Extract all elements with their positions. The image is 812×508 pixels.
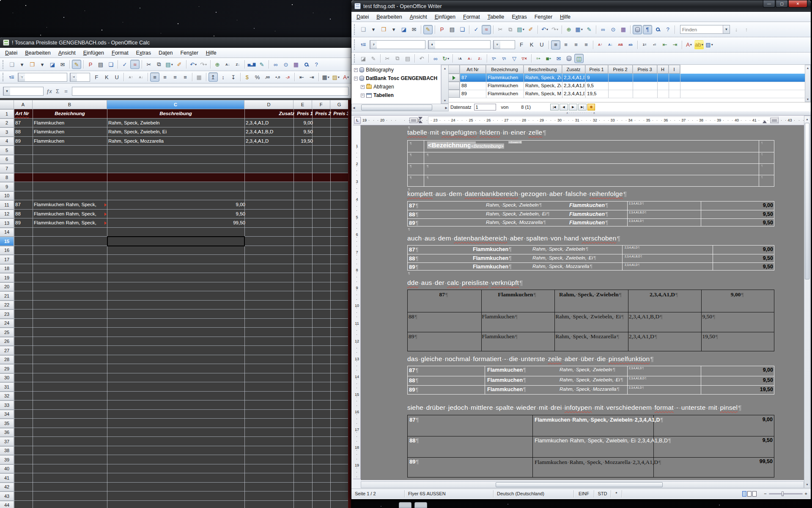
- row-header-9[interactable]: 9: [0, 182, 14, 191]
- db-cell[interactable]: Rahm, Speck, Zwi: [525, 83, 561, 88]
- minimize-button[interactable]: —: [763, 0, 775, 8]
- calc-menu-einfügen[interactable]: Einfügen: [80, 49, 107, 57]
- writer-grow-font-icon[interactable]: A↑: [595, 40, 605, 50]
- row-header-22[interactable]: 22: [0, 301, 14, 310]
- db-cell[interactable]: 2,3,4,A1,D: [564, 91, 584, 96]
- calc-print-icon[interactable]: ▤: [96, 60, 105, 69]
- status-modified-flag[interactable]: *: [611, 490, 622, 497]
- calc-menu-extras[interactable]: Extras: [133, 49, 154, 57]
- expand-icon[interactable]: +: [354, 68, 358, 72]
- previous-record-icon[interactable]: ◀: [560, 104, 568, 110]
- name-box-dropdown[interactable]: ▼: [3, 87, 10, 95]
- select-all-corner[interactable]: [0, 100, 14, 109]
- row-header-38[interactable]: 38: [0, 446, 14, 456]
- row-header-28[interactable]: 28: [0, 355, 14, 364]
- db-column-header-beschreibung[interactable]: Beschreibung: [524, 65, 562, 74]
- writer-find-previous-icon[interactable]: ↑: [742, 25, 751, 34]
- calc-redo-icon[interactable]: ↷▾: [199, 60, 208, 69]
- left-margin-marker[interactable]: [409, 118, 418, 123]
- row-header-1[interactable]: 1: [0, 109, 14, 119]
- field-bezeichnung[interactable]: <Bezeichnung>: [427, 141, 476, 149]
- writer-data-sources-icon[interactable]: [633, 25, 642, 34]
- row-header-23[interactable]: 23: [0, 309, 14, 319]
- calc-paste-dropdown-icon[interactable]: ▾: [171, 63, 173, 66]
- writer-align-left-icon[interactable]: ≡: [551, 40, 560, 50]
- tree-horizontal-scrollbar[interactable]: ◀▶: [351, 104, 449, 111]
- record-selector[interactable]: [449, 74, 460, 82]
- calc-gallery-icon[interactable]: ▦: [291, 60, 301, 69]
- db-cell[interactable]: 19,5: [587, 91, 607, 96]
- calc-menu-datei[interactable]: Datei: [2, 49, 21, 57]
- writer-numbered-list-icon[interactable]: 1≡: [640, 40, 649, 50]
- calc-sheet-area[interactable]: ABCDEFG123456789101112131415161718192021…: [0, 98, 351, 508]
- row-header-6[interactable]: 6: [0, 155, 14, 164]
- row-header-13[interactable]: 13: [0, 218, 14, 228]
- writer-find-replace-icon[interactable]: ∞: [598, 25, 608, 34]
- writer-align-right-icon[interactable]: ≡: [571, 40, 581, 50]
- calc-menu-format[interactable]: Format: [108, 49, 132, 57]
- tree-item-tabellen[interactable]: −Tabellen: [361, 92, 394, 98]
- row-header-42[interactable]: 42: [0, 483, 14, 492]
- zoom-slider-thumb[interactable]: [782, 491, 784, 496]
- db-grid-vertical-scrollbar[interactable]: ▲▼: [805, 65, 811, 102]
- db-cell[interactable]: Flammkuchen: [488, 75, 523, 80]
- row-header-16[interactable]: 16: [0, 246, 14, 255]
- dbbar-undo-icon[interactable]: ↶: [417, 54, 426, 63]
- writer-paste-dropdown-icon[interactable]: ▾: [523, 28, 524, 31]
- calc-find-replace-icon[interactable]: ∞: [271, 60, 280, 69]
- first-record-icon[interactable]: |◀: [550, 104, 559, 110]
- toolbar-grip[interactable]: [3, 60, 5, 69]
- row-header-12[interactable]: 12: [0, 210, 14, 219]
- writer-menu-extras[interactable]: Extras: [508, 13, 530, 21]
- dbbar-sort-icon[interactable]: ↕A: [455, 54, 464, 63]
- dbbar-autofilter-icon[interactable]: ▽*: [489, 54, 499, 63]
- calc-menu-fenster[interactable]: Fenster: [177, 49, 201, 57]
- writer-find-next-icon[interactable]: ↓: [732, 25, 741, 34]
- writer-menu-bearbeiten[interactable]: Bearbeiten: [373, 13, 405, 21]
- row-header-25[interactable]: 25: [0, 328, 14, 337]
- sheet-row-18[interactable]: [14, 264, 348, 273]
- row-header-36[interactable]: 36: [0, 428, 14, 437]
- writer-undo-icon[interactable]: ↶▾: [540, 25, 549, 34]
- db-column-header-bezeichnung[interactable]: Bezeichnung: [486, 65, 524, 74]
- writer-redo-dropdown-icon[interactable]: ▾: [557, 28, 558, 31]
- sheet-row-25[interactable]: [14, 328, 348, 337]
- writer-show-draw-functions-icon[interactable]: ✎: [584, 25, 594, 34]
- tree-item-bibliography[interactable]: +Bibliography: [354, 67, 394, 73]
- sheet-row-14[interactable]: [14, 228, 348, 237]
- row-header-27[interactable]: 27: [0, 346, 14, 355]
- calc-font-color-icon[interactable]: A▾: [341, 72, 351, 82]
- db-cell[interactable]: 88: [461, 83, 485, 88]
- db-column-header-preis-1[interactable]: Preis 1: [585, 65, 608, 74]
- calc-titlebar[interactable]: ! Toscana Preisliste GENGENBACH.ods - Op…: [0, 37, 351, 48]
- scroll-down-icon[interactable]: ▼: [804, 481, 810, 488]
- sheet-row-31[interactable]: [14, 382, 348, 392]
- row-header-2[interactable]: 2: [0, 119, 14, 128]
- row-header-15[interactable]: 15: [0, 237, 14, 246]
- scrollbar-thumb[interactable]: [805, 123, 809, 279]
- db-cell[interactable]: 9,5: [587, 83, 607, 88]
- sum-button[interactable]: Σ: [53, 87, 62, 95]
- row-header-31[interactable]: 31: [0, 382, 14, 392]
- function-wizard-button[interactable]: ƒx: [45, 87, 53, 95]
- close-button[interactable]: ✕: [788, 0, 807, 8]
- calc-italic-icon[interactable]: K: [102, 72, 111, 82]
- sheet-row-37[interactable]: [14, 437, 348, 446]
- writer-menu-ansicht[interactable]: Ansicht: [406, 13, 431, 21]
- writer-shrink-font-icon[interactable]: A↓: [606, 40, 615, 50]
- dbbar-sort-descending-icon[interactable]: Z↓: [475, 54, 485, 63]
- row-header-20[interactable]: 20: [0, 282, 14, 292]
- calc-align-right-icon[interactable]: ≡: [170, 72, 180, 82]
- writer-insert-table-dropdown-icon[interactable]: ▾: [581, 28, 583, 31]
- writer-menu-datei[interactable]: Datei: [353, 13, 372, 21]
- calc-undo-icon[interactable]: ↶▾: [189, 60, 198, 69]
- row-header-37[interactable]: 37: [0, 437, 14, 446]
- calc-page-preview-icon[interactable]: ❏: [106, 60, 115, 69]
- calc-sort-descending-icon[interactable]: Z↓: [233, 60, 242, 69]
- writer-new-document-icon[interactable]: ❑: [359, 25, 368, 34]
- tab-type-selector-icon[interactable]: L: [354, 117, 361, 124]
- calc-align-bottom-icon[interactable]: ↧: [229, 72, 238, 82]
- calc-background-color-icon[interactable]: ▨▾: [331, 72, 340, 82]
- db-cell[interactable]: Rahm, Speck, Mo: [525, 91, 561, 96]
- sheet-row-20[interactable]: [14, 282, 348, 292]
